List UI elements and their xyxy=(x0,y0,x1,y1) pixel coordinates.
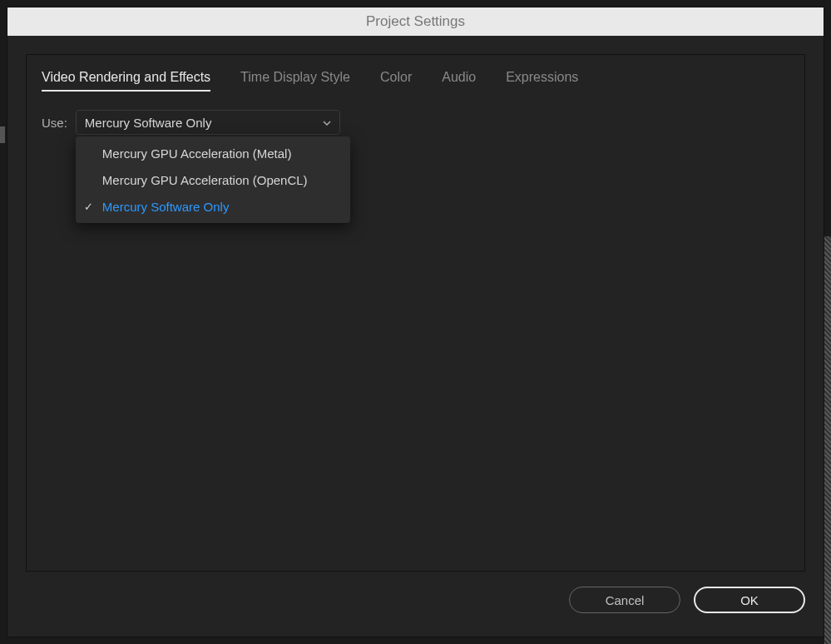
cancel-button[interactable]: Cancel xyxy=(569,587,680,613)
tab-color[interactable]: Color xyxy=(380,70,412,92)
option-mercury-software-only[interactable]: ✓ Mercury Software Only xyxy=(76,193,350,220)
dialog-button-row: Cancel OK xyxy=(26,572,805,618)
project-settings-dialog: Project Settings Video Rendering and Eff… xyxy=(7,7,824,637)
use-label: Use: xyxy=(42,116,67,130)
tab-expressions[interactable]: Expressions xyxy=(506,70,578,92)
tab-time-display-style[interactable]: Time Display Style xyxy=(240,70,350,92)
dialog-title: Project Settings xyxy=(366,13,465,30)
dialog-body: Video Rendering and Effects Time Display… xyxy=(7,36,824,637)
background-fragment xyxy=(0,126,5,143)
use-row: Use: Mercury Software Only Mercury GPU A… xyxy=(42,110,789,135)
dialog-titlebar: Project Settings xyxy=(7,7,824,36)
option-label: Mercury GPU Acceleration (Metal) xyxy=(102,146,292,161)
option-label: Mercury Software Only xyxy=(102,200,230,214)
check-icon: ✓ xyxy=(84,201,93,213)
option-mercury-gpu-opencl[interactable]: Mercury GPU Acceleration (OpenCL) xyxy=(76,166,350,193)
chevron-down-icon xyxy=(323,117,331,127)
tab-bar: Video Rendering and Effects Time Display… xyxy=(42,70,789,92)
use-select: Mercury Software Only Mercury GPU Accele… xyxy=(76,110,340,135)
tab-audio[interactable]: Audio xyxy=(442,70,476,92)
use-select-value: Mercury Software Only xyxy=(85,116,212,130)
tab-video-rendering-effects[interactable]: Video Rendering and Effects xyxy=(42,70,210,92)
use-select-button[interactable]: Mercury Software Only xyxy=(76,110,340,135)
use-select-dropdown: Mercury GPU Acceleration (Metal) Mercury… xyxy=(76,136,350,223)
option-label: Mercury GPU Acceleration (OpenCL) xyxy=(102,173,308,187)
settings-panel: Video Rendering and Effects Time Display… xyxy=(26,54,805,572)
ok-button[interactable]: OK xyxy=(694,587,805,613)
background-fragment xyxy=(824,236,831,644)
option-mercury-gpu-metal[interactable]: Mercury GPU Acceleration (Metal) xyxy=(76,140,350,166)
